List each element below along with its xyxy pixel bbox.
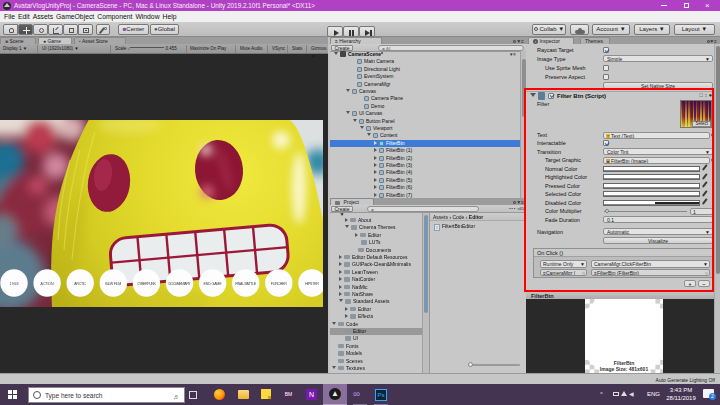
svg-text:CYBERPUNK: CYBERPUNK xyxy=(137,282,157,286)
svg-text:DOCUMENTARY: DOCUMENTARY xyxy=(169,282,192,286)
svg-text:FINAL BATTLE: FINAL BATTLE xyxy=(235,282,257,286)
svg-text:ACTION: ACTION xyxy=(41,282,54,286)
svg-text:B&W FILM: B&W FILM xyxy=(105,282,121,286)
svg-text:1968: 1968 xyxy=(10,282,19,286)
svg-text:ARCTIC: ARCTIC xyxy=(74,282,86,286)
svg-text:END GAME: END GAME xyxy=(204,282,223,286)
svg-text:FLINCHER: FLINCHER xyxy=(271,282,287,286)
svg-text:HIPSTER: HIPSTER xyxy=(305,282,319,286)
